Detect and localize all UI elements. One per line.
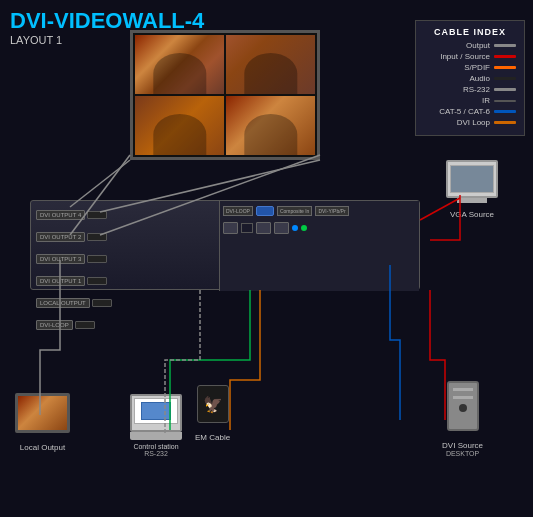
dvi-loop-in-port: DVI-LOOP (223, 206, 253, 216)
desktop-slot1 (453, 388, 473, 391)
legend-audio-line (494, 77, 516, 80)
desktop-tower (447, 381, 479, 431)
cable-index-legend: CABLE INDEX Output Input / Source S/PDIF… (415, 20, 525, 136)
screen-content (141, 402, 171, 420)
video-cell-br-inner (226, 96, 315, 155)
main-container: DVI-VIDEOWALL-4 LAYOUT 1 CABLE INDEX Out… (0, 0, 533, 517)
device-unit: DVI OUTPUT 4 DVI OUTPUT 2 DVI OUTPUT 3 D… (30, 200, 420, 290)
legend-rs232: RS-232 (424, 85, 516, 94)
dvi-output4-connector (87, 211, 107, 219)
vga-base (457, 198, 487, 203)
top-port-row: DVI-LOOP Composite In DVI-Y/Pb/Pr (223, 206, 416, 216)
video-cell-tl (135, 35, 224, 94)
legend-input: Input / Source (424, 52, 516, 61)
video-cell-br (226, 96, 315, 155)
em-cable-glyph: 🦅 (203, 395, 223, 414)
right-panel: DVI-LOOP Composite In DVI-Y/Pb/Pr (219, 201, 419, 291)
legend-input-label: Input / Source (424, 52, 494, 61)
dvi-loop-out-connector (75, 321, 95, 329)
legend-spdif-line (494, 66, 516, 69)
left-ports: DVI OUTPUT 4 DVI OUTPUT 2 DVI OUTPUT 3 D… (36, 206, 226, 338)
legend-audio-label: Audio (424, 74, 494, 83)
port-row-dvi2: DVI OUTPUT 2 (36, 228, 226, 246)
main-title: DVI-VIDEOWALL-4 (10, 10, 204, 32)
cat5-port2 (274, 222, 289, 234)
led-blue-1 (292, 225, 298, 231)
ir-port (241, 223, 253, 233)
legend-dvi-loop: DVI Loop (424, 118, 516, 127)
dvi-output1-label: DVI OUTPUT 1 (36, 276, 85, 286)
legend-ir-label: IR (424, 96, 494, 105)
video-cell-tr (226, 35, 315, 94)
legend-ir-line (494, 100, 516, 102)
legend-cat5-line (494, 110, 516, 113)
local-output-label: LOCAL OUTPUT (36, 298, 90, 308)
dvi-output3-connector (87, 255, 107, 263)
dvi-source-device: DVI Source DESKTOP (442, 381, 483, 457)
dvi-output3-label: DVI OUTPUT 3 (36, 254, 85, 264)
vga-laptop-icon (446, 160, 498, 198)
legend-rs232-label: RS-232 (424, 85, 494, 94)
rs232-port (223, 222, 238, 234)
em-cable-label: EM Cable (195, 433, 230, 442)
component-port: DVI-Y/Pb/Pr (315, 206, 348, 216)
led-green-1 (301, 225, 307, 231)
desktop-slot2 (453, 396, 473, 399)
vga-source-device: VGA Source (446, 160, 498, 219)
legend-input-line (494, 55, 516, 58)
control-station-device: Control station RS-232 (130, 394, 182, 457)
tv-icon (15, 393, 70, 433)
legend-ir: IR (424, 96, 516, 105)
em-cable-device: 🦅 EM Cable (195, 385, 230, 442)
legend-dvi-loop-label: DVI Loop (424, 118, 494, 127)
laptop-icon (130, 394, 182, 432)
vga-source-label: VGA Source (446, 210, 498, 219)
cat5-port1 (256, 222, 271, 234)
port-row-local: LOCAL OUTPUT (36, 294, 226, 312)
port-row-dvi3: DVI OUTPUT 3 (36, 250, 226, 268)
video-cell-bl (135, 96, 224, 155)
legend-spdif-label: S/PDIF (424, 63, 494, 72)
legend-output-label: Output (424, 41, 494, 50)
legend-spdif: S/PDIF (424, 63, 516, 72)
dvi-source-sublabel: DESKTOP (442, 450, 483, 457)
legend-dvi-loop-line (494, 121, 516, 124)
dvi-output2-label: DVI OUTPUT 2 (36, 232, 85, 242)
dvi-output1-connector (87, 277, 107, 285)
desktop-button (459, 404, 467, 412)
dvi-source-label: DVI Source (442, 441, 483, 450)
legend-cat5: CAT-5 / CAT-6 (424, 107, 516, 116)
video-cell-tr-inner (226, 35, 315, 94)
vga-screen (450, 165, 494, 193)
cable-index-title: CABLE INDEX (424, 27, 516, 37)
vga-port (256, 206, 274, 216)
local-output-device: Local Output (15, 393, 70, 452)
legend-output: Output (424, 41, 516, 50)
port-row-dvi4: DVI OUTPUT 4 (36, 206, 226, 224)
tv-screen (18, 396, 67, 430)
bottom-port-row (223, 222, 416, 234)
legend-output-line (494, 44, 516, 47)
video-cell-bl-inner (135, 96, 224, 155)
legend-rs232-line (494, 88, 516, 91)
legend-cat5-label: CAT-5 / CAT-6 (424, 107, 494, 116)
em-cable-icon: 🦅 (197, 385, 229, 423)
dvi-output2-connector (87, 233, 107, 241)
dvi-loop-out-label: DVI-LOOP (36, 320, 73, 330)
port-row-dvi-loop-out: DVI-LOOP (36, 316, 226, 334)
local-output-label: Local Output (15, 443, 70, 452)
video-cell-tl-inner (135, 35, 224, 94)
port-row-dvi1: DVI OUTPUT 1 (36, 272, 226, 290)
laptop-base (130, 432, 182, 440)
composite-port: Composite In (277, 206, 312, 216)
dvi-output4-label: DVI OUTPUT 4 (36, 210, 85, 220)
laptop-screen-display (134, 398, 178, 424)
videowall-display (130, 30, 320, 160)
control-station-sublabel: RS-232 (130, 450, 182, 457)
legend-audio: Audio (424, 74, 516, 83)
control-station-label: Control station (130, 443, 182, 450)
local-output-connector (92, 299, 112, 307)
